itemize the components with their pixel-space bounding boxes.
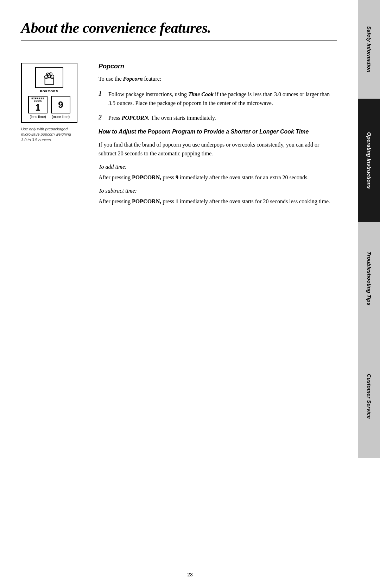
- button-1-number: 1: [35, 102, 40, 113]
- illustration-caption: Use only with prepackaged microwave popc…: [21, 126, 77, 143]
- adjust-body: If you find that the brand of popcorn yo…: [99, 140, 337, 158]
- subtract-time-label: To subtract time:: [99, 188, 337, 194]
- step-1: 1 Follow package instructions, using Tim…: [99, 90, 337, 108]
- buttons-labels-row: (less time) (more time): [28, 115, 70, 119]
- sidebar-label-operating: Operating Instructions: [366, 132, 372, 189]
- adjust-title: How to Adjust the Popcorn Program to Pro…: [99, 128, 337, 136]
- step-1-text: Follow package instructions, using Time …: [108, 90, 337, 108]
- section-title: Popcorn: [99, 63, 337, 70]
- sidebar-tab-safety[interactable]: Safety Information: [358, 0, 380, 99]
- step-2: 2 Press POPCORN. The oven starts immedia…: [99, 113, 337, 123]
- content-body: POPCORN EXPRESS COOK 1 9 (less time) (mo…: [21, 63, 337, 211]
- intro-text: To use the Popcorn feature:: [99, 74, 337, 83]
- button-1-box: EXPRESS COOK 1: [28, 96, 48, 113]
- main-content: About the convenience features.: [0, 0, 358, 233]
- less-time-label: (less time): [28, 115, 48, 119]
- button-1-label: EXPRESS COOK: [29, 97, 47, 102]
- add-time-label: To add time:: [99, 164, 337, 170]
- right-panel: Popcorn To use the Popcorn feature: 1 Fo…: [99, 63, 337, 211]
- left-panel: POPCORN EXPRESS COOK 1 9 (less time) (mo…: [21, 63, 88, 211]
- sidebar-label-troubleshooting: Troubleshooting Tips: [366, 252, 372, 305]
- step-2-number: 2: [99, 114, 105, 121]
- page: Safety Information Operating Instruction…: [0, 0, 380, 588]
- page-number: 23: [187, 572, 193, 577]
- page-title: About the convenience features.: [21, 19, 337, 36]
- step-2-text: Press POPCORN. The oven starts immediate…: [108, 113, 216, 123]
- button-illustration: POPCORN EXPRESS COOK 1 9 (less time) (mo…: [21, 63, 77, 123]
- subtract-time-text: After pressing POPCORN, press 1 immediat…: [99, 197, 337, 206]
- button-9-number: 9: [58, 97, 63, 113]
- buttons-row: EXPRESS COOK 1 9: [28, 96, 70, 113]
- sidebar-tab-troubleshooting[interactable]: Troubleshooting Tips: [358, 222, 380, 335]
- sidebar-tab-customer[interactable]: Customer Service: [358, 335, 380, 458]
- sidebar-label-safety: Safety Information: [366, 26, 372, 73]
- more-time-label: (more time): [51, 115, 70, 119]
- sidebar-label-customer: Customer Service: [366, 374, 372, 419]
- svg-rect-0: [45, 78, 54, 84]
- step-1-number: 1: [99, 90, 105, 98]
- button-9-box: 9: [51, 96, 70, 113]
- popcorn-button-label: POPCORN: [40, 89, 59, 93]
- sidebar: Safety Information Operating Instruction…: [358, 0, 380, 588]
- add-time-text: After pressing POPCORN, press 9 immediat…: [99, 173, 337, 182]
- sidebar-tab-operating[interactable]: Operating Instructions: [358, 99, 380, 222]
- sub-divider: [21, 52, 337, 52]
- title-divider: [21, 41, 337, 41]
- popcorn-icon: [40, 70, 58, 86]
- popcorn-button-icon-area: [35, 67, 63, 88]
